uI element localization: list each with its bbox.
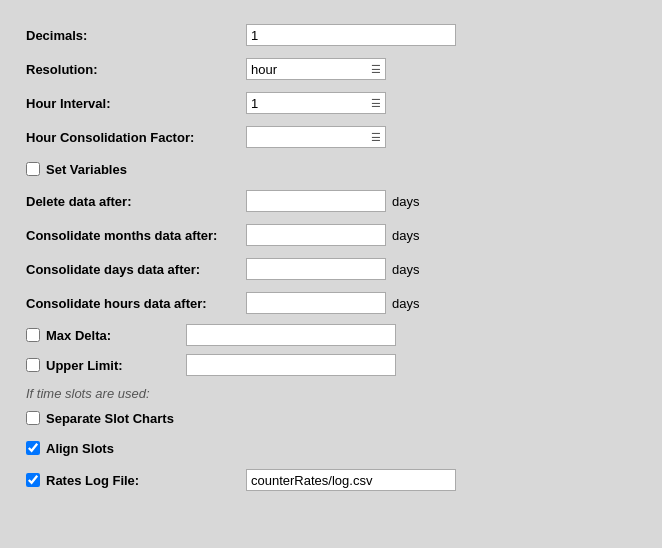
hour-consolidation-dropdown-icon: ☰ (371, 131, 381, 144)
hour-interval-label: Hour Interval: (26, 96, 111, 111)
hour-consolidation-select[interactable]: ☰ (246, 126, 386, 148)
decimals-label: Decimals: (26, 28, 87, 43)
consolidate-days-row: Consolidate days data after: days (26, 256, 636, 282)
delete-data-unit: days (392, 194, 419, 209)
upper-limit-input[interactable] (186, 354, 396, 376)
set-variables-label: Set Variables (46, 162, 127, 177)
consolidate-days-input[interactable] (246, 258, 386, 280)
set-variables-checkbox[interactable] (26, 162, 40, 176)
rates-log-label: Rates Log File: (46, 473, 139, 488)
max-delta-row: Max Delta: (26, 324, 636, 346)
rates-log-input[interactable] (246, 469, 456, 491)
separate-slot-charts-checkbox[interactable] (26, 411, 40, 425)
decimals-row: Decimals: (26, 22, 636, 48)
consolidate-months-unit: days (392, 228, 419, 243)
delete-data-row: Delete data after: days (26, 188, 636, 214)
max-delta-checkbox[interactable] (26, 328, 40, 342)
separate-slot-charts-label: Separate Slot Charts (46, 411, 174, 426)
consolidate-months-input[interactable] (246, 224, 386, 246)
consolidate-days-label: Consolidate days data after: (26, 262, 200, 277)
consolidate-hours-row: Consolidate hours data after: days (26, 290, 636, 316)
set-variables-row: Set Variables (26, 158, 636, 180)
resolution-label: Resolution: (26, 62, 98, 77)
consolidate-months-label: Consolidate months data after: (26, 228, 217, 243)
consolidate-hours-label: Consolidate hours data after: (26, 296, 207, 311)
max-delta-input[interactable] (186, 324, 396, 346)
hour-interval-dropdown-icon: ☰ (371, 97, 381, 110)
if-timeslots-text: If time slots are used: (26, 386, 636, 401)
hour-interval-select[interactable]: 1 ☰ (246, 92, 386, 114)
delete-data-label: Delete data after: (26, 194, 131, 209)
resolution-select[interactable]: hour ☰ (246, 58, 386, 80)
align-slots-row: Align Slots (26, 437, 636, 459)
resolution-dropdown-icon: ☰ (371, 63, 381, 76)
max-delta-label: Max Delta: (46, 328, 186, 343)
hour-consolidation-row: Hour Consolidation Factor: ☰ (26, 124, 636, 150)
rates-log-checkbox[interactable] (26, 473, 40, 487)
hour-interval-row: Hour Interval: 1 ☰ (26, 90, 636, 116)
upper-limit-label: Upper Limit: (46, 358, 186, 373)
consolidate-months-row: Consolidate months data after: days (26, 222, 636, 248)
settings-form: Decimals: Resolution: hour ☰ Hour Interv… (12, 12, 650, 511)
hour-consolidation-label: Hour Consolidation Factor: (26, 130, 194, 145)
align-slots-checkbox[interactable] (26, 441, 40, 455)
hour-interval-value: 1 (251, 96, 258, 111)
separate-slot-charts-row: Separate Slot Charts (26, 407, 636, 429)
consolidate-hours-input[interactable] (246, 292, 386, 314)
delete-data-input[interactable] (246, 190, 386, 212)
upper-limit-row: Upper Limit: (26, 354, 636, 376)
decimals-input[interactable] (246, 24, 456, 46)
consolidate-hours-unit: days (392, 296, 419, 311)
rates-log-row: Rates Log File: (26, 467, 636, 493)
consolidate-days-unit: days (392, 262, 419, 277)
upper-limit-checkbox[interactable] (26, 358, 40, 372)
align-slots-label: Align Slots (46, 441, 114, 456)
resolution-row: Resolution: hour ☰ (26, 56, 636, 82)
resolution-value: hour (251, 62, 277, 77)
